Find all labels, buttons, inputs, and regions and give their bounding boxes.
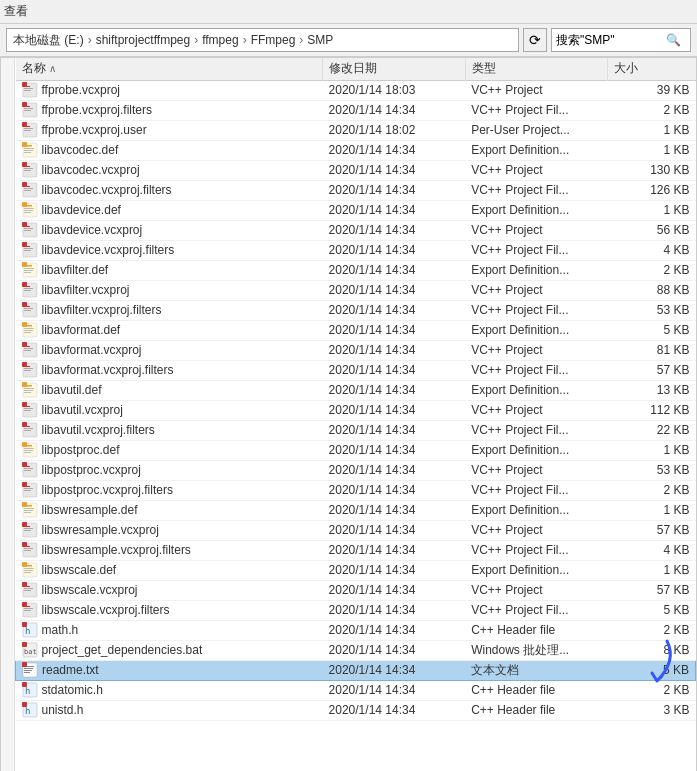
table-row[interactable]: libavcodec.vcxproj.filters2020/1/14 14:3…	[16, 180, 696, 200]
file-size-cell: 81 KB	[608, 340, 696, 360]
svg-rect-83	[24, 392, 31, 393]
table-row[interactable]: hstdatomic.h2020/1/14 14:34C++ Header fi…	[16, 680, 696, 700]
search-input[interactable]	[556, 33, 666, 47]
breadcrumb-part2[interactable]: ffmpeg	[202, 33, 238, 47]
svg-rect-120	[24, 530, 31, 531]
table-row[interactable]: libswscale.vcxproj.filters2020/1/14 14:3…	[16, 600, 696, 620]
svg-rect-29	[24, 190, 31, 191]
table-row[interactable]: libswscale.def2020/1/14 14:34Export Defi…	[16, 560, 696, 580]
file-name-label: unistd.h	[42, 703, 84, 717]
svg-rect-71	[24, 348, 33, 349]
file-date-cell: 2020/1/14 14:34	[323, 100, 466, 120]
svg-rect-4	[22, 82, 27, 87]
file-size-cell: 1 KB	[608, 440, 696, 460]
table-row[interactable]: libavformat.def2020/1/14 14:34Export Def…	[16, 320, 696, 340]
col-name-header[interactable]: 名称 ∧	[16, 58, 323, 80]
file-icon: bat	[22, 642, 38, 658]
table-row[interactable]: libavdevice.vcxproj.filters2020/1/14 14:…	[16, 240, 696, 260]
file-icon	[22, 362, 38, 378]
file-type-cell: VC++ Project Fil...	[465, 360, 608, 380]
file-size-cell: 53 KB	[608, 300, 696, 320]
table-row[interactable]: libavfilter.vcxproj.filters2020/1/14 14:…	[16, 300, 696, 320]
svg-rect-129	[24, 568, 34, 569]
file-date-cell: 2020/1/14 14:34	[323, 460, 466, 480]
file-name-label: libavutil.vcxproj	[42, 403, 123, 417]
table-row[interactable]: libavfilter.def2020/1/14 14:34Export Def…	[16, 260, 696, 280]
table-row[interactable]: ffprobe.vcxproj2020/1/14 18:03VC++ Proje…	[16, 80, 696, 100]
file-name-cell: hunistd.h	[16, 700, 323, 720]
file-icon	[22, 262, 38, 278]
breadcrumb-part3[interactable]: FFmpeg	[251, 33, 296, 47]
table-row[interactable]: libpostproc.def2020/1/14 14:34Export Def…	[16, 440, 696, 460]
svg-rect-153	[24, 672, 30, 673]
table-row[interactable]: libswscale.vcxproj2020/1/14 14:34VC++ Pr…	[16, 580, 696, 600]
file-name-cell: libavcodec.def	[16, 140, 323, 160]
table-row[interactable]: libswresample.vcxproj2020/1/14 14:34VC++…	[16, 520, 696, 540]
svg-rect-25	[22, 162, 27, 167]
table-row[interactable]: hmath.h2020/1/14 14:34C++ Header file2 K…	[16, 620, 696, 640]
file-name-label: libavfilter.vcxproj	[42, 283, 130, 297]
file-date-cell: 2020/1/14 14:34	[323, 140, 466, 160]
svg-rect-2	[24, 88, 33, 89]
file-name-label: readme.txt	[42, 663, 99, 677]
table-row[interactable]: libavutil.def2020/1/14 14:34Export Defin…	[16, 380, 696, 400]
file-date-cell: 2020/1/14 14:34	[323, 620, 466, 640]
table-row[interactable]: batproject_get_dependencies.bat2020/1/14…	[16, 640, 696, 660]
file-name-cell: readme.txt	[16, 660, 323, 680]
table-row[interactable]: ffprobe.vcxproj.filters2020/1/14 14:34VC…	[16, 100, 696, 120]
address-bar: 本地磁盘 (E:) › shiftprojectffmpeg › ffmpeg …	[0, 24, 697, 57]
left-panel	[1, 58, 15, 771]
table-row[interactable]: libavdevice.vcxproj2020/1/14 14:34VC++ P…	[16, 220, 696, 240]
svg-rect-125	[24, 550, 31, 551]
breadcrumb-drive[interactable]: 本地磁盘 (E:)	[13, 32, 84, 49]
table-row[interactable]: libavcodec.def2020/1/14 14:34Export Defi…	[16, 140, 696, 160]
table-row[interactable]: libpostproc.vcxproj.filters2020/1/14 14:…	[16, 480, 696, 500]
table-row[interactable]: libswresample.vcxproj.filters2020/1/14 1…	[16, 540, 696, 560]
file-name-label: libavcodec.vcxproj	[42, 163, 140, 177]
table-row[interactable]: libavfilter.vcxproj2020/1/14 14:34VC++ P…	[16, 280, 696, 300]
table-row[interactable]: hunistd.h2020/1/14 14:34C++ Header file3…	[16, 700, 696, 720]
svg-rect-116	[22, 502, 27, 507]
file-date-cell: 2020/1/14 14:34	[323, 400, 466, 420]
table-row[interactable]: readme.txt2020/1/14 14:34文本文档5 KB	[16, 660, 696, 680]
svg-rect-55	[24, 288, 33, 289]
file-date-cell: 2020/1/14 14:34	[323, 640, 466, 660]
col-size-header[interactable]: 大小	[608, 58, 696, 80]
file-name-label: libswresample.def	[42, 503, 138, 517]
col-type-header[interactable]: 类型	[465, 58, 608, 80]
svg-rect-34	[24, 210, 33, 211]
file-type-cell: 文本文档	[465, 660, 608, 680]
file-name-cell: libavutil.vcxproj	[16, 400, 323, 420]
table-row[interactable]: libavformat.vcxproj.filters2020/1/14 14:…	[16, 360, 696, 380]
svg-text:h: h	[25, 626, 30, 636]
file-size-cell: 4 KB	[608, 540, 696, 560]
file-icon	[22, 482, 38, 498]
file-size-cell: 4 KB	[608, 240, 696, 260]
breadcrumb-part4[interactable]: SMP	[307, 33, 333, 47]
file-name-cell: libswscale.vcxproj.filters	[16, 600, 323, 620]
file-name-label: libavdevice.vcxproj.filters	[42, 243, 175, 257]
svg-rect-105	[22, 462, 27, 467]
breadcrumb-part1[interactable]: shiftprojectffmpeg	[96, 33, 191, 47]
file-type-cell: Export Definition...	[465, 140, 608, 160]
table-row[interactable]: libavcodec.vcxproj2020/1/14 14:34VC++ Pr…	[16, 160, 696, 180]
table-row[interactable]: libavformat.vcxproj2020/1/14 14:34VC++ P…	[16, 340, 696, 360]
col-date-header[interactable]: 修改日期	[323, 58, 466, 80]
svg-rect-124	[24, 548, 33, 549]
file-icon	[22, 102, 38, 118]
svg-rect-60	[24, 308, 33, 309]
table-row[interactable]: ffprobe.vcxproj.user2020/1/14 18:02Per-U…	[16, 120, 696, 140]
file-icon	[22, 342, 38, 358]
table-row[interactable]: libavutil.vcxproj.filters2020/1/14 14:34…	[16, 420, 696, 440]
refresh-button[interactable]: ⟳	[523, 28, 547, 52]
table-row[interactable]: libavdevice.def2020/1/14 14:34Export Def…	[16, 200, 696, 220]
view-menu[interactable]: 查看	[4, 3, 28, 20]
svg-rect-89	[22, 402, 27, 407]
file-icon	[22, 462, 38, 478]
search-icon[interactable]: 🔍	[666, 33, 681, 47]
table-row[interactable]: libavutil.vcxproj2020/1/14 14:34VC++ Pro…	[16, 400, 696, 420]
table-row[interactable]: libswresample.def2020/1/14 14:34Export D…	[16, 500, 696, 520]
svg-rect-66	[24, 330, 33, 331]
table-row[interactable]: libpostproc.vcxproj2020/1/14 14:34VC++ P…	[16, 460, 696, 480]
breadcrumb[interactable]: 本地磁盘 (E:) › shiftprojectffmpeg › ffmpeg …	[6, 28, 519, 52]
